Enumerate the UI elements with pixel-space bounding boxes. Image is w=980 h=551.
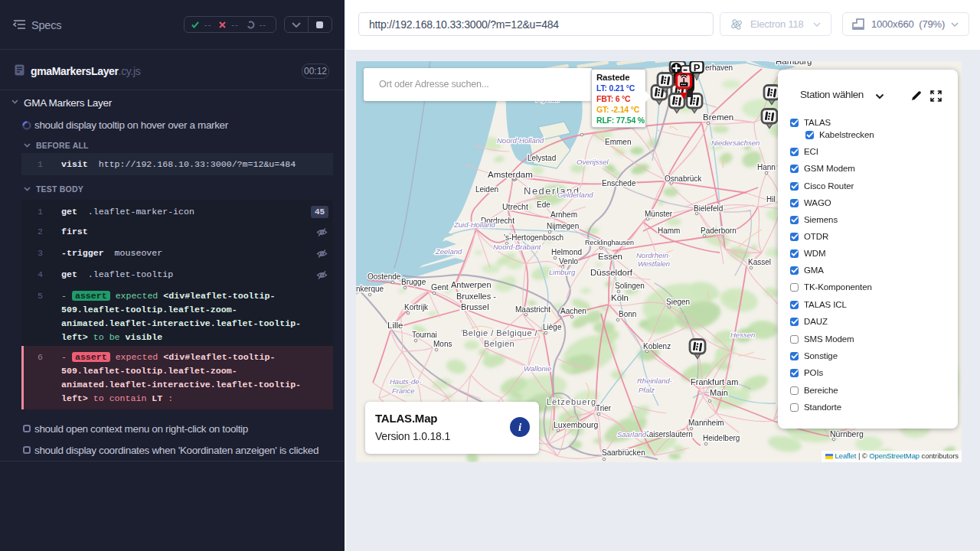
svg-text:Bruxelles -: Bruxelles - [456,292,496,301]
svg-text:Zeeland: Zeeland [435,247,462,256]
svg-text:Hamm: Hamm [658,227,680,235]
svg-text:erhaven: erhaven [705,64,733,72]
svg-text:Zuid-Holland: Zuid-Holland [453,220,496,229]
svg-text:Rheinland-: Rheinland- [637,377,672,385]
svg-text:Siegen: Siegen [666,298,690,306]
svg-text:Belgie / Belgique /: Belgie / Belgique / [462,328,538,337]
svg-text:Enschede: Enschede [602,179,636,187]
svg-text:France: France [392,386,415,395]
svg-text:Bonn: Bonn [619,310,636,318]
svg-text:Emmen: Emmen [605,138,631,146]
svg-text:Münster: Münster [645,210,673,218]
svg-text:Bielefeld: Bielefeld [694,204,723,213]
svg-text:Venlo: Venlo [559,257,578,266]
svg-text:'s-Hertogenbosch: 's-Hertogenbosch [504,233,564,242]
svg-text:Nordrhein-: Nordrhein- [636,251,671,259]
svg-text:Tournai: Tournai [412,331,437,339]
svg-text:Lille: Lille [387,321,403,330]
svg-text:Paderborn: Paderborn [701,227,737,235]
svg-text:Nürnberg: Nürnberg [830,429,864,439]
svg-text:Maastricht: Maastricht [515,305,550,314]
svg-text:Luxembourg: Luxembourg [554,420,599,429]
svg-text:Hauts-de-: Hauts-de- [390,377,422,386]
svg-text:Pfalz: Pfalz [639,386,655,394]
svg-text:Lelystad: Lelystad [528,154,556,162]
svg-text:Frankfurt am: Frankfurt am [691,377,738,386]
svg-text:Belgien: Belgien [484,339,514,348]
svg-text:Hil: Hil [766,195,776,204]
svg-text:Limburg: Limburg [549,268,576,276]
svg-text:Aachen: Aachen [560,307,586,315]
svg-text:Noord-Holland: Noord-Holland [497,136,544,145]
svg-text:Nijmegen: Nijmegen [547,222,579,230]
svg-text:Mannheim: Mannheim [688,419,724,427]
svg-text:Oostende: Oostende [368,272,401,281]
svg-text:Essen: Essen [598,252,622,261]
svg-text:Main: Main [710,388,728,397]
svg-text:Niedersachsen: Niedersachsen [711,139,760,147]
svg-text:Saarbrücken: Saarbrücken [602,448,645,457]
svg-text:Lëtzebuerg: Lëtzebuerg [547,397,596,406]
svg-text:Kaiserslautern: Kaiserslautern [644,430,693,439]
svg-text:Ede: Ede [537,201,550,209]
svg-text:Brugge: Brugge [401,278,426,286]
svg-text:Liège: Liège [543,323,562,331]
svg-text:Heidelberg: Heidelberg [703,434,740,442]
svg-text:Gelderland: Gelderland [557,191,593,199]
svg-text:Hann: Hann [757,163,776,171]
svg-text:Osnabrück: Osnabrück [665,174,702,183]
svg-text:Koblenz: Koblenz [643,342,671,350]
svg-text:Hessen: Hessen [730,331,755,339]
svg-text:Wallonie: Wallonie [524,364,551,373]
svg-text:Helmond: Helmond [551,248,582,256]
svg-text:Kassel: Kassel [748,258,771,266]
svg-text:Antwerpen: Antwerpen [451,280,492,289]
svg-text:P: P [694,62,701,73]
svg-text:Gent: Gent [431,282,449,292]
svg-text:Brussel: Brussel [461,302,489,311]
svg-text:Utrecht: Utrecht [502,202,528,211]
svg-text:Kortrijk: Kortrijk [404,303,429,311]
svg-text:Noord-Brabant: Noord-Brabant [493,243,541,251]
svg-text:Trier: Trier [596,404,612,412]
svg-text:Saarland: Saarland [617,430,647,439]
svg-text:Westfalen: Westfalen [638,259,670,268]
svg-text:nkerque: nkerque [356,285,384,293]
svg-text:Solingen: Solingen [615,282,645,290]
svg-text:Köln: Köln [611,293,629,302]
svg-text:Mons: Mons [433,340,452,348]
svg-text:Recklinghausen: Recklinghausen [585,239,634,246]
svg-text:Amsterdam: Amsterdam [488,170,533,179]
svg-text:Hamburg: Hamburg [776,61,812,66]
svg-text:Leiden: Leiden [475,185,498,194]
svg-text:Bremen: Bremen [703,112,733,122]
svg-text:Düsseldorf: Düsseldorf [590,268,633,277]
svg-text:Overijssel: Overijssel [577,158,609,166]
svg-text:Arnhem: Arnhem [550,210,577,219]
